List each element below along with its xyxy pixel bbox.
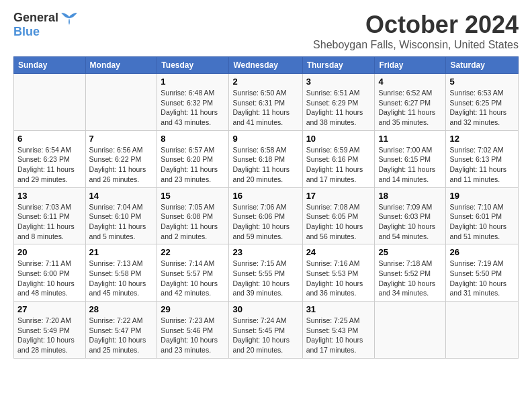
day-number: 16: [232, 191, 298, 201]
calendar-cell: 22Sunrise: 7:14 AMSunset: 5:57 PMDayligh…: [157, 244, 229, 302]
day-number: 24: [306, 247, 371, 257]
calendar-cell: 25Sunrise: 7:18 AMSunset: 5:52 PMDayligh…: [375, 244, 446, 302]
day-number: 13: [17, 191, 82, 201]
day-info: Sunrise: 6:57 AMSunset: 6:20 PMDaylight:…: [161, 145, 225, 185]
calendar-cell: [375, 302, 446, 359]
day-number: 15: [161, 191, 225, 201]
day-number: 19: [449, 191, 515, 201]
calendar-cell: 19Sunrise: 7:10 AMSunset: 6:01 PMDayligh…: [446, 187, 519, 244]
calendar-cell: 16Sunrise: 7:06 AMSunset: 6:06 PMDayligh…: [229, 187, 302, 244]
calendar-cell: [85, 74, 157, 131]
day-number: 10: [306, 134, 371, 144]
calendar-cell: 8Sunrise: 6:57 AMSunset: 6:20 PMDaylight…: [157, 130, 229, 187]
calendar-cell: 15Sunrise: 7:05 AMSunset: 6:08 PMDayligh…: [157, 187, 229, 244]
day-info: Sunrise: 6:48 AMSunset: 6:32 PMDaylight:…: [161, 88, 225, 128]
header-tuesday: Tuesday: [157, 57, 229, 74]
title-month: October 2024: [313, 11, 519, 39]
day-number: 22: [161, 247, 225, 257]
day-number: 21: [89, 247, 154, 257]
day-number: 9: [232, 134, 298, 144]
day-number: 17: [306, 191, 371, 201]
calendar-cell: 21Sunrise: 7:13 AMSunset: 5:58 PMDayligh…: [85, 244, 157, 302]
day-info: Sunrise: 7:08 AMSunset: 6:05 PMDaylight:…: [306, 202, 371, 242]
day-info: Sunrise: 7:05 AMSunset: 6:08 PMDaylight:…: [161, 202, 225, 242]
day-number: 14: [89, 191, 154, 201]
day-info: Sunrise: 6:53 AMSunset: 6:25 PMDaylight:…: [449, 88, 515, 128]
day-info: Sunrise: 7:09 AMSunset: 6:03 PMDaylight:…: [378, 202, 442, 242]
day-number: 31: [306, 304, 371, 314]
day-number: 2: [232, 77, 298, 87]
calendar-week-4: 20Sunrise: 7:11 AMSunset: 6:00 PMDayligh…: [14, 244, 519, 302]
day-info: Sunrise: 7:00 AMSunset: 6:15 PMDaylight:…: [378, 145, 442, 185]
logo: General Blue: [13, 11, 79, 39]
day-info: Sunrise: 7:14 AMSunset: 5:57 PMDaylight:…: [161, 259, 225, 298]
calendar-cell: 27Sunrise: 7:20 AMSunset: 5:49 PMDayligh…: [14, 302, 86, 359]
calendar-cell: 12Sunrise: 7:02 AMSunset: 6:13 PMDayligh…: [446, 130, 519, 187]
day-number: 26: [449, 247, 515, 257]
day-number: 27: [17, 304, 82, 314]
day-info: Sunrise: 7:13 AMSunset: 5:58 PMDaylight:…: [89, 259, 154, 298]
day-number: 5: [449, 77, 515, 87]
calendar-cell: 10Sunrise: 6:59 AMSunset: 6:16 PMDayligh…: [302, 130, 375, 187]
page-header: General Blue October 2024 Sheboygan Fall…: [13, 11, 519, 51]
day-number: 29: [161, 304, 225, 314]
logo-bird-icon: [60, 11, 79, 25]
calendar-cell: 17Sunrise: 7:08 AMSunset: 6:05 PMDayligh…: [302, 187, 375, 244]
title-section: October 2024 Sheboygan Falls, Wisconsin,…: [313, 11, 519, 51]
day-info: Sunrise: 7:16 AMSunset: 5:53 PMDaylight:…: [306, 259, 371, 298]
calendar-week-3: 13Sunrise: 7:03 AMSunset: 6:11 PMDayligh…: [14, 187, 519, 244]
day-info: Sunrise: 6:50 AMSunset: 6:31 PMDaylight:…: [232, 88, 298, 128]
calendar-cell: 6Sunrise: 6:54 AMSunset: 6:23 PMDaylight…: [14, 130, 86, 187]
calendar-week-2: 6Sunrise: 6:54 AMSunset: 6:23 PMDaylight…: [14, 130, 519, 187]
day-number: 3: [306, 77, 371, 87]
day-info: Sunrise: 7:19 AMSunset: 5:50 PMDaylight:…: [449, 259, 515, 298]
calendar-cell: 23Sunrise: 7:15 AMSunset: 5:55 PMDayligh…: [229, 244, 302, 302]
calendar-cell: 13Sunrise: 7:03 AMSunset: 6:11 PMDayligh…: [14, 187, 86, 244]
day-number: 6: [17, 134, 82, 144]
day-number: 1: [161, 77, 225, 87]
calendar-cell: 29Sunrise: 7:23 AMSunset: 5:46 PMDayligh…: [157, 302, 229, 359]
day-number: 30: [232, 304, 298, 314]
calendar-cell: 24Sunrise: 7:16 AMSunset: 5:53 PMDayligh…: [302, 244, 375, 302]
day-number: 23: [232, 247, 298, 257]
calendar-cell: 18Sunrise: 7:09 AMSunset: 6:03 PMDayligh…: [375, 187, 446, 244]
day-info: Sunrise: 7:15 AMSunset: 5:55 PMDaylight:…: [232, 259, 298, 298]
calendar-cell: 2Sunrise: 6:50 AMSunset: 6:31 PMDaylight…: [229, 74, 302, 131]
header-wednesday: Wednesday: [229, 57, 302, 74]
calendar-cell: 5Sunrise: 6:53 AMSunset: 6:25 PMDaylight…: [446, 74, 519, 131]
day-info: Sunrise: 7:22 AMSunset: 5:47 PMDaylight:…: [89, 316, 154, 355]
day-info: Sunrise: 7:24 AMSunset: 5:45 PMDaylight:…: [232, 316, 298, 355]
day-number: 11: [378, 134, 442, 144]
header-monday: Monday: [85, 57, 157, 74]
day-number: 28: [89, 304, 154, 314]
day-info: Sunrise: 7:10 AMSunset: 6:01 PMDaylight:…: [449, 202, 515, 242]
calendar-cell: 1Sunrise: 6:48 AMSunset: 6:32 PMDaylight…: [157, 74, 229, 131]
calendar-cell: [14, 74, 86, 131]
calendar-cell: 4Sunrise: 6:52 AMSunset: 6:27 PMDaylight…: [375, 74, 446, 131]
calendar-cell: 7Sunrise: 6:56 AMSunset: 6:22 PMDaylight…: [85, 130, 157, 187]
day-info: Sunrise: 6:56 AMSunset: 6:22 PMDaylight:…: [89, 145, 154, 185]
calendar-cell: 28Sunrise: 7:22 AMSunset: 5:47 PMDayligh…: [85, 302, 157, 359]
calendar-cell: 9Sunrise: 6:58 AMSunset: 6:18 PMDaylight…: [229, 130, 302, 187]
day-info: Sunrise: 7:25 AMSunset: 5:43 PMDaylight:…: [306, 316, 371, 355]
day-info: Sunrise: 6:54 AMSunset: 6:23 PMDaylight:…: [17, 145, 82, 185]
calendar-cell: 31Sunrise: 7:25 AMSunset: 5:43 PMDayligh…: [302, 302, 375, 359]
calendar-cell: 3Sunrise: 6:51 AMSunset: 6:29 PMDaylight…: [302, 74, 375, 131]
day-number: 18: [378, 191, 442, 201]
day-number: 20: [17, 247, 82, 257]
calendar-cell: 30Sunrise: 7:24 AMSunset: 5:45 PMDayligh…: [229, 302, 302, 359]
day-info: Sunrise: 7:02 AMSunset: 6:13 PMDaylight:…: [449, 145, 515, 185]
header-thursday: Thursday: [302, 57, 375, 74]
day-info: Sunrise: 7:03 AMSunset: 6:11 PMDaylight:…: [17, 202, 82, 242]
day-info: Sunrise: 7:04 AMSunset: 6:10 PMDaylight:…: [89, 202, 154, 242]
day-info: Sunrise: 7:11 AMSunset: 6:00 PMDaylight:…: [17, 259, 82, 298]
header-saturday: Saturday: [446, 57, 519, 74]
day-number: 12: [449, 134, 515, 144]
calendar-cell: 20Sunrise: 7:11 AMSunset: 6:00 PMDayligh…: [14, 244, 86, 302]
calendar-header-row: SundayMondayTuesdayWednesdayThursdayFrid…: [14, 57, 519, 74]
calendar-cell: [446, 302, 519, 359]
header-sunday: Sunday: [14, 57, 86, 74]
day-info: Sunrise: 6:58 AMSunset: 6:18 PMDaylight:…: [232, 145, 298, 185]
day-number: 8: [161, 134, 225, 144]
day-info: Sunrise: 6:52 AMSunset: 6:27 PMDaylight:…: [378, 88, 442, 128]
